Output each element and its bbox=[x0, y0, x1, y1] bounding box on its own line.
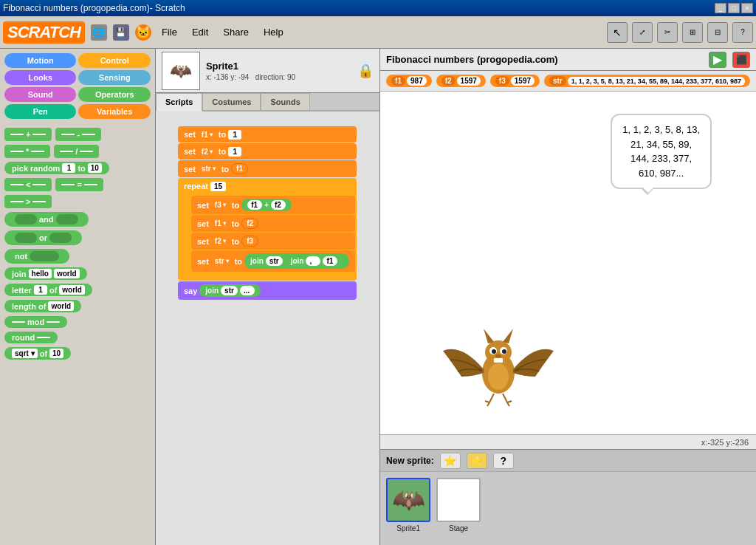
join-str-input[interactable]: str bbox=[266, 256, 283, 266]
letter-of-block[interactable]: letter 1 of world bbox=[4, 284, 92, 296]
category-motion[interactable]: Motion bbox=[4, 53, 76, 68]
f1-plus-f2-block[interactable]: f1 + f2 bbox=[241, 199, 292, 211]
add-f2[interactable]: f2 bbox=[271, 200, 286, 210]
delete-tool[interactable]: ✂ bbox=[657, 22, 678, 43]
menu-edit[interactable]: Edit bbox=[188, 25, 213, 39]
add-f1[interactable]: f1 bbox=[247, 200, 262, 210]
menu-share[interactable]: Share bbox=[219, 25, 253, 39]
mul-left-input[interactable] bbox=[10, 151, 24, 152]
div-block[interactable]: / bbox=[54, 145, 99, 158]
and-block[interactable]: and bbox=[4, 212, 89, 227]
mul-right-input[interactable] bbox=[31, 151, 44, 152]
category-sound[interactable]: Sound bbox=[4, 87, 76, 102]
set-f1-f2-block[interactable]: set f1 to f2 bbox=[191, 215, 355, 232]
grow-tool[interactable]: ⊞ bbox=[682, 22, 703, 43]
mod-left[interactable] bbox=[12, 321, 25, 323]
sprite-item-stage[interactable]: Stage bbox=[436, 478, 481, 539]
pick-random-from[interactable]: 1 bbox=[62, 163, 75, 173]
sprite-item-sprite1[interactable]: 🦇 Sprite1 bbox=[386, 478, 430, 539]
or-block[interactable]: or bbox=[4, 230, 82, 245]
go-button[interactable]: ▶ bbox=[709, 52, 726, 68]
say-str-input[interactable]: str bbox=[221, 286, 238, 295]
menu-file[interactable]: File bbox=[157, 25, 182, 39]
set-f1-block[interactable]: set f1 to 1 bbox=[178, 126, 357, 143]
category-looks[interactable]: Looks bbox=[4, 70, 76, 85]
cursor-tool[interactable]: ↖ bbox=[607, 22, 628, 43]
maximize-button[interactable]: □ bbox=[728, 3, 740, 13]
mul-block[interactable]: * bbox=[4, 145, 50, 158]
less-than-block[interactable]: < bbox=[4, 178, 52, 191]
save-icon[interactable]: 💾 bbox=[113, 24, 129, 41]
set-str-join-block[interactable]: set str to join str join , f1 bbox=[191, 250, 355, 272]
stage-canvas[interactable]: 1, 1, 2, 3, 5, 8, 13,21, 34, 55, 89,144,… bbox=[380, 92, 756, 434]
tab-costumes[interactable]: Costumes bbox=[202, 93, 261, 110]
lock-icon[interactable]: 🔒 bbox=[357, 63, 374, 79]
f2-val[interactable]: 1 bbox=[228, 147, 241, 157]
new-sprite-question-button[interactable]: ? bbox=[493, 453, 514, 469]
str-val[interactable]: f1 bbox=[231, 163, 248, 174]
category-operators[interactable]: Operators bbox=[78, 87, 150, 102]
scratch-cat-icon[interactable]: 🐱 bbox=[135, 24, 151, 41]
pick-random-to[interactable]: 10 bbox=[88, 163, 102, 173]
f1b-dropdown[interactable]: f1 bbox=[211, 219, 230, 228]
pick-random-block[interactable]: pick random 1 to 10 bbox=[4, 162, 109, 174]
join-f1-input[interactable]: f1 bbox=[323, 256, 337, 266]
say-join-block[interactable]: join str ... bbox=[199, 284, 261, 297]
bat-sprite[interactable] bbox=[439, 306, 557, 412]
div-right-input[interactable] bbox=[80, 151, 93, 152]
sub-left-input[interactable] bbox=[61, 134, 75, 135]
help-tool[interactable]: ? bbox=[732, 22, 753, 43]
sqrt-input[interactable]: 10 bbox=[49, 349, 63, 358]
length-of-block[interactable]: length of world bbox=[4, 300, 81, 312]
scripts-workspace[interactable]: set f1 to 1 set f2 to 1 set str to bbox=[156, 112, 379, 545]
div-left-input[interactable] bbox=[60, 151, 73, 152]
minimize-button[interactable]: _ bbox=[715, 3, 726, 13]
set-f2-f3-block[interactable]: set f2 to f3 bbox=[191, 233, 355, 250]
stop-button[interactable]: ⬛ bbox=[732, 52, 750, 68]
letter-of-word[interactable]: world bbox=[59, 285, 85, 295]
str2-dropdown[interactable]: str bbox=[211, 256, 233, 266]
say-block[interactable]: say join str ... bbox=[178, 281, 357, 300]
f2-to-f3-val[interactable]: f3 bbox=[241, 236, 258, 247]
f1-to-f2-val[interactable]: f2 bbox=[241, 218, 258, 229]
category-pen[interactable]: Pen bbox=[4, 104, 76, 119]
tab-sounds[interactable]: Sounds bbox=[261, 93, 309, 110]
mod-block[interactable]: mod bbox=[4, 316, 67, 328]
set-f3-block[interactable]: set f3 to f1 + f2 bbox=[191, 196, 355, 214]
sqrt-block[interactable]: sqrt ▾ of 10 bbox=[4, 347, 71, 360]
join-left[interactable]: hello bbox=[29, 269, 52, 278]
category-sensing[interactable]: Sensing bbox=[78, 70, 150, 85]
greater-than-block[interactable]: > bbox=[4, 195, 52, 208]
category-variables[interactable]: Variables bbox=[78, 104, 150, 119]
globe-icon[interactable]: 🌐 bbox=[91, 24, 107, 41]
add-right-input[interactable] bbox=[32, 134, 46, 135]
length-word[interactable]: world bbox=[48, 301, 74, 311]
repeat-block[interactable]: repeat 15 set f3 to f1 + bbox=[178, 178, 357, 281]
equals-block[interactable]: = bbox=[55, 178, 103, 191]
join-comma-input[interactable]: , bbox=[306, 256, 320, 266]
duplicate-tool[interactable]: ⤢ bbox=[632, 22, 653, 43]
not-block[interactable]: not bbox=[4, 249, 69, 264]
menu-help[interactable]: Help bbox=[259, 25, 288, 39]
set-str-block[interactable]: set str to f1 bbox=[178, 160, 357, 177]
join-right[interactable]: world bbox=[54, 269, 80, 278]
close-button[interactable]: × bbox=[741, 3, 753, 13]
round-block[interactable]: round bbox=[4, 332, 58, 343]
join-comma-f1-block[interactable]: join , f1 bbox=[285, 255, 344, 267]
sqrt-dropdown[interactable]: sqrt ▾ bbox=[12, 349, 38, 358]
repeat-header[interactable]: repeat 15 bbox=[178, 178, 357, 194]
shrink-tool[interactable]: ⊟ bbox=[707, 22, 728, 43]
repeat-n[interactable]: 15 bbox=[210, 182, 226, 191]
sub-right-input[interactable] bbox=[82, 134, 95, 135]
join-str-block[interactable]: join str join , f1 bbox=[244, 253, 349, 269]
set-f2-block[interactable]: set f2 to 1 bbox=[178, 143, 357, 160]
f1-val[interactable]: 1 bbox=[228, 130, 241, 140]
letter-n[interactable]: 1 bbox=[34, 285, 47, 295]
f2-dropdown[interactable]: f2 bbox=[198, 147, 216, 157]
str-dropdown[interactable]: str bbox=[198, 164, 219, 174]
new-sprite-paint-button[interactable]: ⭐ bbox=[440, 453, 461, 469]
sub-block[interactable]: - bbox=[55, 128, 101, 141]
join-block[interactable]: join hello world bbox=[4, 267, 87, 280]
new-sprite-star-button[interactable]: ⭐ bbox=[467, 453, 487, 469]
category-control[interactable]: Control bbox=[78, 53, 150, 68]
